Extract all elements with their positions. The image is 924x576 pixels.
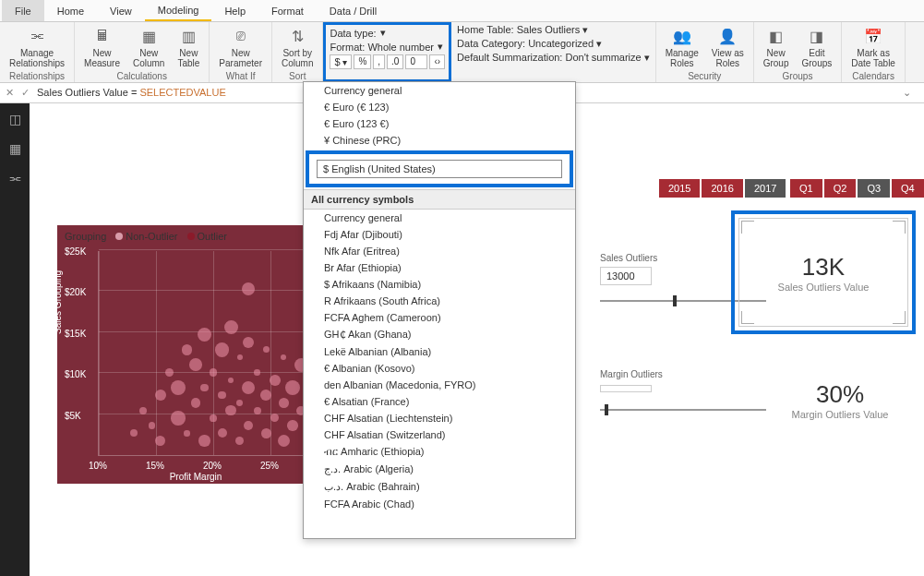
data-point[interactable] — [237, 354, 243, 360]
data-point[interactable] — [139, 407, 147, 414]
data-point[interactable] — [236, 400, 243, 406]
data-point[interactable] — [191, 398, 201, 408]
data-point[interactable] — [254, 369, 260, 376]
sort-by-column-button[interactable]: ⇅Sort by Column — [278, 24, 317, 70]
new-column-button[interactable]: ▦New Column — [129, 24, 168, 70]
currency-item[interactable]: R Afrikaans (South Africa) — [304, 293, 575, 309]
data-point[interactable] — [149, 422, 155, 428]
data-point[interactable] — [215, 342, 230, 357]
home-table-dropdown[interactable]: ▾ — [582, 24, 588, 35]
currency-item[interactable]: د.ب. Arabic (Bahrain) — [304, 478, 575, 496]
currency-item[interactable]: den Albanian (Macedonia, FYRO) — [304, 377, 575, 393]
data-point[interactable] — [278, 435, 290, 447]
margin-outliers-slider[interactable] — [600, 398, 766, 422]
year-button[interactable]: 2016 — [702, 179, 742, 198]
mark-date-table-button[interactable]: 📅Mark as Date Table — [847, 24, 899, 70]
new-group-button[interactable]: ◧New Group — [760, 24, 793, 70]
quarter-button[interactable]: Q2 — [824, 179, 857, 198]
currency-item[interactable]: € Euro (123 €) — [304, 115, 575, 132]
data-point[interactable] — [165, 368, 174, 378]
currency-item[interactable]: € Albanian (Kosovo) — [304, 360, 575, 377]
quarter-button[interactable]: Q4 — [892, 179, 924, 198]
data-point[interactable] — [198, 328, 211, 342]
currency-item[interactable]: Fdj Afar (Djibouti) — [304, 226, 575, 243]
decimal-stepper[interactable]: ‹› — [429, 54, 445, 69]
data-point[interactable] — [171, 411, 185, 425]
data-point[interactable] — [171, 380, 186, 395]
data-point[interactable] — [130, 429, 138, 437]
tab-file[interactable]: File — [2, 0, 44, 21]
nav-data-icon[interactable]: ▦ — [6, 140, 24, 157]
data-point[interactable] — [242, 282, 256, 296]
new-parameter-button[interactable]: ⎚New Parameter — [215, 24, 266, 70]
data-point[interactable] — [155, 390, 166, 401]
data-point[interactable] — [243, 337, 254, 348]
data-point[interactable] — [210, 414, 217, 422]
formula-expand-icon[interactable]: ⌄ — [903, 87, 918, 99]
currency-item[interactable]: ብር Amharic (Ethiopia) — [304, 443, 575, 461]
data-point[interactable] — [155, 436, 165, 446]
margin-outliers-value[interactable] — [600, 385, 652, 392]
summarization-dropdown[interactable]: ▾ — [644, 52, 650, 63]
currency-item[interactable]: $ Afrikaans (Namibia) — [304, 276, 575, 293]
currency-item[interactable]: د.ج. Arabic (Algeria) — [304, 461, 575, 478]
data-point[interactable] — [235, 437, 244, 445]
currency-item[interactable]: Currency general — [304, 82, 575, 99]
currency-item[interactable]: Lekë Albanian (Albania) — [304, 343, 575, 360]
formula-commit-icon[interactable]: ✓ — [21, 87, 30, 99]
data-point[interactable] — [228, 378, 234, 383]
data-point[interactable] — [189, 358, 202, 371]
sales-outliers-value[interactable]: 13000 — [600, 267, 652, 285]
quarter-button[interactable]: Q1 — [790, 179, 822, 198]
currency-item[interactable]: CHF Alsatian (Liechtenstein) — [304, 410, 575, 426]
currency-item[interactable]: ¥ Chinese (PRC) — [304, 132, 575, 149]
data-point[interactable] — [279, 398, 289, 408]
data-point[interactable] — [210, 368, 218, 377]
nav-report-icon[interactable]: ◫ — [6, 111, 24, 127]
datatype-dropdown[interactable]: ▾ — [380, 27, 386, 39]
quarter-button[interactable]: Q3 — [858, 179, 890, 198]
currency-all-list[interactable]: Currency generalFdj Afar (Djibouti)Nfk A… — [304, 210, 575, 538]
data-point[interactable] — [270, 414, 279, 422]
tab-home[interactable]: Home — [44, 0, 97, 21]
manage-relationships-button[interactable]: ⫘Manage Relationships — [6, 24, 68, 70]
data-point[interactable] — [270, 375, 281, 386]
currency-item[interactable]: GH₵ Akan (Ghana) — [304, 326, 575, 343]
manage-roles-button[interactable]: 👥Manage Roles — [662, 24, 702, 70]
currency-item[interactable]: FCFA Arabic (Chad) — [304, 496, 575, 512]
tab-view[interactable]: View — [97, 0, 145, 21]
data-point[interactable] — [244, 421, 253, 430]
data-point[interactable] — [198, 435, 210, 446]
decimal-button[interactable]: .0 — [387, 54, 403, 69]
formula-input[interactable]: Sales Outliers Value = SELECTEDVALUE — [37, 87, 226, 99]
data-point[interactable] — [182, 344, 193, 355]
formula-cancel-icon[interactable]: ✕ — [6, 87, 14, 99]
data-category-dropdown[interactable]: ▾ — [596, 38, 602, 49]
data-point[interactable] — [200, 384, 209, 392]
currency-item[interactable]: FCFA Aghem (Cameroon) — [304, 309, 575, 326]
year-button[interactable]: 2017 — [745, 179, 786, 198]
data-point[interactable] — [184, 430, 190, 437]
data-point[interactable] — [242, 381, 255, 394]
currency-item[interactable]: Nfk Afar (Eritrea) — [304, 243, 575, 259]
data-point[interactable] — [287, 420, 297, 430]
margin-card[interactable]: 30% Margin Outliers Value — [757, 380, 923, 420]
tab-help[interactable]: Help — [211, 0, 258, 21]
data-point[interactable] — [261, 428, 271, 438]
data-point[interactable] — [281, 354, 286, 360]
format-dropdown[interactable]: ▾ — [438, 41, 443, 53]
currency-item[interactable]: € Alsatian (France) — [304, 393, 575, 410]
data-point[interactable] — [225, 405, 235, 415]
data-point[interactable] — [285, 380, 300, 395]
percent-button[interactable]: % — [354, 54, 371, 69]
edit-groups-button[interactable]: ◨Edit Groups — [798, 24, 836, 70]
currency-item[interactable]: Currency general — [304, 210, 575, 226]
data-point[interactable] — [263, 346, 270, 353]
currency-item[interactable]: € Euro (€ 123) — [304, 99, 575, 115]
currency-item[interactable]: CHF Alsatian (Switzerland) — [304, 426, 575, 443]
scatter-chart[interactable]: Grouping Non-Outlier Outlier Sales Group… — [57, 225, 334, 484]
year-button[interactable]: 2015 — [659, 179, 700, 198]
currency-search-input[interactable] — [317, 160, 562, 178]
data-point[interactable] — [254, 407, 261, 414]
tab-modeling[interactable]: Modeling — [145, 0, 212, 21]
